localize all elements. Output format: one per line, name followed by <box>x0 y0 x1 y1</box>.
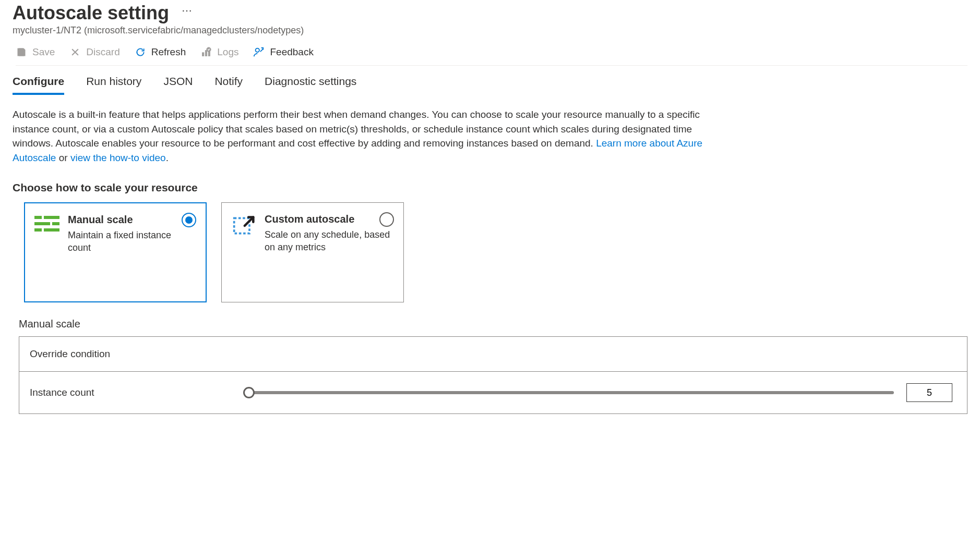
slider-thumb[interactable] <box>243 387 255 398</box>
manual-scale-icon <box>34 215 59 237</box>
override-condition-label: Override condition <box>30 348 110 360</box>
feedback-label: Feedback <box>270 46 313 58</box>
svg-rect-8 <box>44 216 59 219</box>
custom-autoscale-title: Custom autoscale <box>265 213 394 225</box>
intro-end: . <box>166 152 169 163</box>
discard-label: Discard <box>86 46 119 58</box>
feedback-button[interactable]: Feedback <box>253 46 313 58</box>
breadcrumb: mycluster-1/NT2 (microsoft.servicefabric… <box>13 25 967 36</box>
instance-count-slider[interactable] <box>249 391 894 394</box>
custom-autoscale-icon <box>231 214 256 236</box>
custom-autoscale-card[interactable]: Custom autoscale Scale on any schedule, … <box>221 202 404 302</box>
tab-json[interactable]: JSON <box>163 75 193 95</box>
manual-scale-radio[interactable] <box>182 213 196 227</box>
manual-scale-title: Manual scale <box>68 214 196 226</box>
manual-scale-desc: Maintain a fixed instance count <box>68 229 196 254</box>
instance-count-label: Instance count <box>30 387 249 398</box>
svg-rect-10 <box>52 222 59 225</box>
manual-scale-card[interactable]: Manual scale Maintain a fixed instance c… <box>24 202 207 302</box>
page-title: Autoscale setting <box>13 2 169 24</box>
refresh-icon <box>135 46 146 58</box>
instance-count-input[interactable] <box>906 383 952 402</box>
svg-rect-1 <box>19 53 23 56</box>
svg-rect-13 <box>234 218 249 234</box>
svg-point-6 <box>256 48 259 52</box>
svg-rect-9 <box>34 222 50 225</box>
tab-notify[interactable]: Notify <box>214 75 243 95</box>
override-condition-row: Override condition <box>19 337 967 372</box>
manual-scale-section-label: Manual scale <box>19 318 967 330</box>
discard-button: Discard <box>69 46 119 58</box>
svg-rect-0 <box>19 48 23 51</box>
scale-choice-heading: Choose how to scale your resource <box>13 181 967 194</box>
instance-count-row: Instance count <box>19 372 967 413</box>
save-label: Save <box>32 46 55 58</box>
logs-button: Logs <box>200 46 238 58</box>
svg-rect-2 <box>202 53 204 56</box>
refresh-label: Refresh <box>151 46 186 58</box>
logs-label: Logs <box>217 46 238 58</box>
tab-run-history[interactable]: Run history <box>86 75 141 95</box>
tab-diagnostic-settings[interactable]: Diagnostic settings <box>265 75 356 95</box>
manual-scale-settings: Override condition Instance count <box>19 336 967 414</box>
more-actions-icon[interactable]: ⋯ <box>182 4 193 22</box>
intro-mid: or <box>56 152 70 163</box>
save-button: Save <box>16 46 55 58</box>
save-icon <box>16 46 27 58</box>
svg-rect-11 <box>34 228 42 232</box>
custom-autoscale-desc: Scale on any schedule, based on any metr… <box>265 228 394 254</box>
logs-icon <box>200 46 212 58</box>
svg-rect-12 <box>44 228 59 232</box>
howto-video-link[interactable]: view the how-to video <box>70 152 166 163</box>
intro-text: Autoscale is a built-in feature that hel… <box>13 107 733 165</box>
custom-autoscale-radio[interactable] <box>379 212 394 227</box>
svg-rect-7 <box>34 216 42 219</box>
refresh-button[interactable]: Refresh <box>135 46 186 58</box>
svg-rect-3 <box>206 51 207 56</box>
tab-configure[interactable]: Configure <box>13 75 64 95</box>
discard-icon <box>69 46 81 58</box>
feedback-icon <box>253 46 265 58</box>
